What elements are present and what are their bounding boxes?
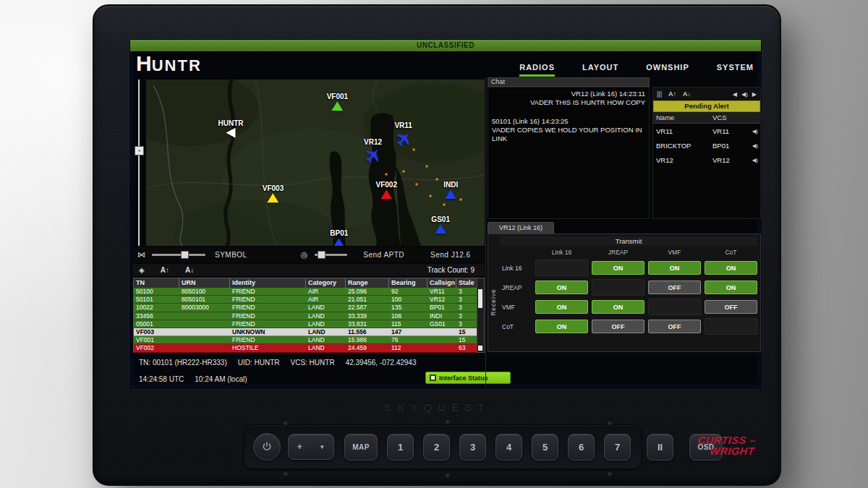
scrollbar-down-button[interactable] bbox=[478, 346, 482, 351]
chat-panel-header: Chat bbox=[488, 77, 650, 87]
map-marker-gs01[interactable]: GS01 bbox=[431, 216, 450, 234]
column-header[interactable]: TN bbox=[134, 278, 179, 288]
power-button[interactable] bbox=[253, 433, 281, 461]
table-cell bbox=[179, 320, 230, 328]
slider-handle[interactable] bbox=[181, 251, 189, 259]
alert-filter-icon[interactable]: ||| bbox=[657, 90, 662, 98]
speaker-icon[interactable]: ◀) bbox=[752, 157, 760, 163]
tab-layout[interactable]: LAYOUT bbox=[582, 63, 618, 77]
slider-handle[interactable]: + bbox=[135, 146, 144, 155]
map-marker-vf001[interactable]: VF001 bbox=[327, 93, 348, 111]
map-marker-vf002[interactable]: VF002 bbox=[376, 181, 397, 199]
toggle-on[interactable]: ON bbox=[535, 300, 588, 314]
sort-ascending-icon[interactable]: A↑ bbox=[668, 90, 676, 98]
toggle-on[interactable]: ON bbox=[648, 261, 701, 275]
table-row[interactable]: 05001FRIENDLAND33.831115GS013 bbox=[134, 320, 477, 328]
matrix-row-label: JREAP bbox=[500, 284, 532, 291]
table-row[interactable]: VF002HOSTILELAND24.45911263 bbox=[134, 344, 477, 352]
symbol-tool-icon[interactable]: ⋈ bbox=[137, 250, 145, 260]
toggle-off[interactable]: OFF bbox=[705, 300, 757, 314]
slider-handle[interactable] bbox=[318, 251, 326, 259]
bezel-key-1[interactable]: 1 bbox=[387, 434, 414, 461]
radio-channel-tab[interactable]: VR12 (Link 16) bbox=[488, 222, 554, 234]
toggle-off[interactable]: OFF bbox=[648, 281, 701, 294]
bezel-key-6[interactable]: 6 bbox=[568, 434, 595, 461]
chat-message: VR12 (Link 16) 14:23:11VADER THIS IS HUN… bbox=[492, 90, 645, 107]
column-header[interactable]: Stale bbox=[456, 278, 477, 288]
sort-descending-icon[interactable]: A↓ bbox=[185, 266, 194, 274]
scrollbar-thumb[interactable] bbox=[478, 289, 482, 308]
alert-row[interactable]: VR11VR11◀) bbox=[653, 124, 760, 138]
table-cell: 115 bbox=[389, 320, 427, 328]
column-header[interactable]: Bearing bbox=[389, 278, 427, 288]
column-header[interactable]: VCS bbox=[710, 114, 727, 121]
table-cell: VF001 bbox=[134, 336, 179, 344]
toggle-off[interactable]: OFF bbox=[648, 320, 701, 333]
bezel-key-7[interactable]: 7 bbox=[604, 434, 631, 461]
bezel-key-4[interactable]: 4 bbox=[495, 434, 522, 461]
speaker-icon[interactable]: ◀) bbox=[752, 142, 760, 149]
brightness-rocker[interactable]: + ▼ bbox=[288, 434, 334, 460]
map-marker-vf003[interactable]: VF003 bbox=[263, 184, 284, 202]
declutter-slider[interactable] bbox=[315, 254, 347, 256]
declutter-icon[interactable]: ◎ bbox=[301, 250, 308, 260]
map-zoom-slider[interactable]: + bbox=[135, 80, 143, 246]
bezel-key-2[interactable]: 2 bbox=[423, 434, 450, 461]
tab-radios[interactable]: RADIOS bbox=[519, 63, 555, 77]
table-row[interactable]: 501018050101FRIENDAIR21.051100VR123 bbox=[134, 296, 477, 304]
table-cell: 112 bbox=[389, 344, 427, 352]
map-marker-vr12[interactable]: VR12 bbox=[364, 138, 382, 164]
column-header[interactable]: Range bbox=[346, 278, 389, 288]
send-j126-button[interactable]: Send J12.6 bbox=[430, 251, 471, 259]
alert-row[interactable]: BRICKTOPBP01◀) bbox=[653, 138, 760, 153]
ownship-uid: UID: HUNTR bbox=[238, 359, 280, 367]
tab-system[interactable]: SYSTEM bbox=[717, 63, 754, 77]
matrix-grid: TransmitLink 16JREAPVMFCoTLink 16ONONONJ… bbox=[500, 236, 757, 335]
toggle-on[interactable]: ON bbox=[592, 261, 644, 275]
table-row[interactable]: 1002280003000FRIENDLAND22.587135BP013 bbox=[134, 304, 477, 312]
sort-descending-icon[interactable]: A↓ bbox=[683, 90, 691, 98]
table-scrollbar[interactable] bbox=[477, 278, 484, 352]
symbol-size-slider[interactable] bbox=[152, 254, 205, 256]
previous-alert-icon[interactable]: ◀ bbox=[733, 91, 737, 98]
tab-ownship[interactable]: OWNSHIP bbox=[646, 63, 689, 77]
map-marker-indi[interactable]: INDI bbox=[443, 181, 458, 199]
bezel-key-ii[interactable]: II bbox=[647, 434, 673, 461]
toggle-on[interactable]: ON bbox=[592, 300, 644, 314]
brightness-up-label[interactable]: + bbox=[297, 442, 302, 452]
sort-ascending-icon[interactable]: A↑ bbox=[161, 266, 169, 274]
interface-status-button[interactable]: Interface Status bbox=[425, 372, 511, 384]
toggle-on[interactable]: ON bbox=[705, 281, 757, 294]
column-header[interactable]: Identity bbox=[230, 278, 306, 288]
next-alert-icon[interactable]: ▶ bbox=[752, 91, 757, 98]
chat-messages[interactable]: VR12 (Link 16) 14:23:11VADER THIS IS HUN… bbox=[488, 87, 650, 219]
bezel-key-map[interactable]: MAP bbox=[344, 434, 378, 461]
toggle-off[interactable]: OFF bbox=[592, 320, 644, 333]
play-audio-icon[interactable]: ◀) bbox=[741, 91, 748, 98]
column-header[interactable]: Category bbox=[306, 278, 346, 288]
map-marker-huntr[interactable]: HUNTR bbox=[218, 119, 244, 138]
table-row[interactable]: VF003UNKNOWNLAND11.55614715 bbox=[134, 328, 477, 336]
table-row[interactable]: 33456FRIENDLAND33.339106INDI3 bbox=[134, 312, 477, 320]
alert-row[interactable]: VR12VR12◀) bbox=[653, 153, 760, 167]
track-status-bar: TN: 00101 (HR222-HR333) UID: HUNTR VCS: … bbox=[133, 355, 485, 369]
bezel-key-3[interactable]: 3 bbox=[459, 434, 486, 461]
toggle-on[interactable]: ON bbox=[535, 320, 588, 333]
toggle-on[interactable]: ON bbox=[705, 261, 757, 275]
table-row[interactable]: 501008050100FRIENDAIR25.09692VR113 bbox=[134, 288, 477, 296]
bezel-key-5[interactable]: 5 bbox=[532, 434, 558, 461]
column-header[interactable]: Name bbox=[653, 114, 710, 121]
matrix-cell: ON bbox=[592, 260, 644, 276]
column-header[interactable]: URN bbox=[179, 278, 230, 288]
map-marker-vr11[interactable]: VR11 bbox=[394, 121, 412, 147]
track-filter-icon[interactable]: ◈ bbox=[139, 266, 145, 274]
send-aptd-button[interactable]: Send APTD bbox=[363, 251, 404, 259]
map-canvas[interactable]: HUNTRVF001VR11VR12VF003VF002INDIGS01BP01 bbox=[146, 80, 485, 246]
toggle-on[interactable]: ON bbox=[535, 281, 588, 294]
table-row[interactable]: VF001FRIENDLAND15.9867615 bbox=[134, 336, 477, 344]
column-header[interactable]: Callsign bbox=[427, 278, 456, 288]
brightness-down-icon[interactable]: ▼ bbox=[319, 444, 325, 450]
selected-track-number: TN: 00101 (HR222-HR333) bbox=[139, 359, 227, 367]
map-marker-bp01[interactable]: BP01 bbox=[330, 229, 348, 246]
speaker-icon[interactable]: ◀) bbox=[752, 128, 760, 134]
